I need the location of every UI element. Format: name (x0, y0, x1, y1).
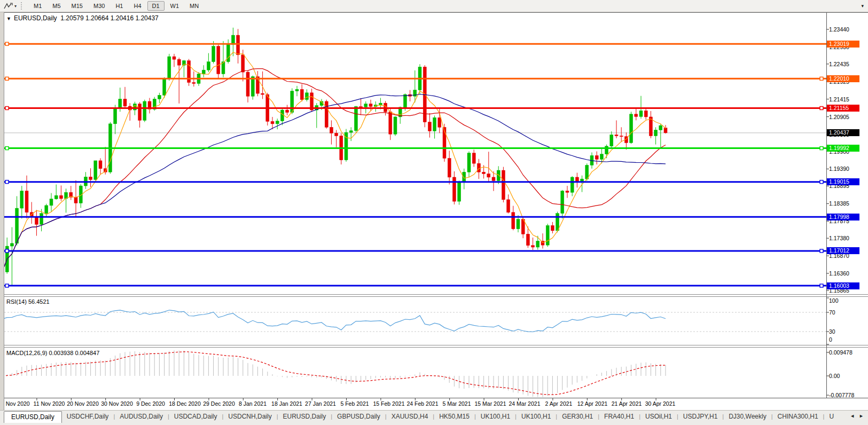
candle-body (276, 121, 279, 124)
ma-line-55 (2, 95, 666, 272)
chart-tab-FRA40-H1[interactable]: FRA40,H1 (599, 411, 639, 423)
candle-body (615, 135, 618, 136)
candle-body (433, 117, 436, 131)
date-label: 2 Nov 2020 (1, 400, 30, 407)
date-label: 8 Jan 2021 (239, 400, 267, 407)
macd-axis-label: 0.009478 (829, 349, 853, 356)
candle-body (280, 110, 284, 121)
price-axis-label: 1.19390 (829, 166, 849, 172)
candle-body (635, 114, 638, 117)
chart-tab-EURUSD-Daily[interactable]: EURUSD,Daily (278, 411, 331, 423)
timeframe-button-M1[interactable]: M1 (29, 1, 46, 11)
candle-body (570, 177, 574, 192)
candle-body (463, 172, 466, 182)
chart-tab-U[interactable]: U (824, 411, 839, 423)
price-axis-label: 1.21415 (829, 96, 849, 103)
macd-label: MACD(12,26,9) 0.003938 0.004847 (6, 350, 99, 356)
candle-body (664, 128, 667, 133)
hline-handle (820, 106, 823, 109)
date-label: 27 Jan 2021 (305, 400, 336, 407)
chart-tab-DJ30-Weekly[interactable]: DJ30,Weekly (724, 411, 771, 423)
candle-body (551, 225, 554, 231)
price-axis-label: 1.17380 (829, 235, 849, 241)
date-label: 12 Apr 2021 (577, 400, 608, 407)
candle-body (536, 241, 539, 247)
candle-body (305, 93, 308, 100)
candle-body (286, 110, 289, 113)
candle-body (394, 117, 397, 134)
chart-tab-UK100-H1[interactable]: UK100,H1 (476, 411, 515, 423)
rsi-axis-label: 70 (829, 309, 835, 316)
timeframe-button-H1[interactable]: H1 (111, 1, 128, 11)
rsi-line (2, 310, 666, 332)
chart-tab-HK50-M15[interactable]: HK50,M15 (434, 411, 474, 423)
candle-body (502, 170, 505, 200)
chart-tab-GBPUSD-Daily[interactable]: GBPUSD,Daily (332, 411, 385, 423)
chart-tab-XAUUSD-H4[interactable]: XAUUSD,H4 (387, 411, 433, 423)
timeframe-button-W1[interactable]: W1 (166, 1, 184, 11)
candle-body (246, 72, 249, 96)
hline-handle (5, 106, 9, 109)
timeframe-button-H4[interactable]: H4 (129, 1, 146, 11)
candle-body (477, 163, 480, 172)
candle-body (526, 234, 529, 245)
timeframe-button-MN[interactable]: MN (185, 1, 204, 11)
toolbar-overflow-icon[interactable]: ▾ (861, 3, 868, 9)
date-label: 30 Apr 2021 (645, 400, 676, 407)
candle-body (54, 195, 58, 199)
chart-tab-GER30-H1[interactable]: GER30,H1 (557, 411, 598, 423)
hline-handle (5, 42, 9, 45)
timeframe-button-D1[interactable]: D1 (147, 1, 165, 11)
price-axis-label: 1.22435 (829, 61, 849, 67)
candle-body (359, 107, 363, 107)
candle-body (133, 104, 136, 110)
candle-body (158, 95, 161, 99)
candle-body (168, 57, 171, 79)
candle-body (644, 111, 647, 117)
candle-body (173, 57, 176, 59)
price-level-badge-1.19992: 1.19992 (827, 145, 859, 152)
timeframe-button-M5[interactable]: M5 (48, 1, 65, 11)
candle-body (630, 114, 633, 143)
hline-handle (5, 147, 9, 150)
hline-handle (5, 284, 9, 287)
candle-body (40, 214, 43, 225)
macd-signal-line (2, 352, 666, 395)
chart-tab-USDCNH-Daily[interactable]: USDCNH,Daily (223, 411, 276, 423)
tab-scroll-right-button[interactable]: ► (859, 413, 864, 419)
chart-tab-EURUSD-Daily[interactable]: EURUSD,Daily (4, 411, 62, 423)
tab-scroll-left-button[interactable]: ◄ (850, 413, 855, 419)
candle-body (143, 101, 146, 121)
hline-handle (820, 147, 823, 150)
hline-handle (5, 249, 9, 253)
main-chart[interactable] (0, 0, 868, 425)
candle-body (605, 146, 608, 154)
hline-handle (820, 249, 823, 253)
chart-tab-USDJPY-H1[interactable]: USDJPY,H1 (678, 411, 722, 423)
chart-tab-UK100-H1[interactable]: UK100,H1 (517, 411, 556, 423)
chart-tab-AUDUSD-Daily[interactable]: AUDUSD,Daily (115, 411, 168, 423)
timeframe-button-M15[interactable]: M15 (67, 1, 88, 11)
collapse-arrow-icon[interactable]: ▼ (6, 16, 11, 21)
candle-body (138, 104, 142, 120)
date-label: 18 Dec 2020 (169, 400, 201, 407)
price-level-badge-1.17012: 1.17012 (827, 247, 859, 254)
candle-body (123, 99, 127, 106)
candle-body (349, 131, 353, 132)
candle-body (45, 206, 48, 214)
timeframe-button-M30[interactable]: M30 (89, 1, 110, 11)
candle-body (192, 82, 196, 83)
date-label: 5 Feb 2021 (340, 400, 369, 407)
chart-tab-CHINA300-H1[interactable]: CHINA300,H1 (773, 411, 823, 423)
candle-body (482, 172, 486, 174)
toolbar-grip[interactable] (21, 2, 24, 10)
candle-body (620, 136, 623, 136)
chart-tab-USOil-H1[interactable]: USOil,H1 (640, 411, 677, 423)
chart-tools-button[interactable]: ▾ (0, 2, 18, 10)
rsi-label: RSI(14) 56.4521 (6, 298, 50, 305)
candle-body (207, 62, 210, 70)
chevron-down-icon[interactable]: ▾ (14, 4, 17, 9)
candle-body (59, 195, 62, 199)
chart-tab-USDCAD-Daily[interactable]: USDCAD,Daily (169, 411, 222, 423)
chart-tab-USDCHF-Daily[interactable]: USDCHF,Daily (62, 411, 114, 423)
